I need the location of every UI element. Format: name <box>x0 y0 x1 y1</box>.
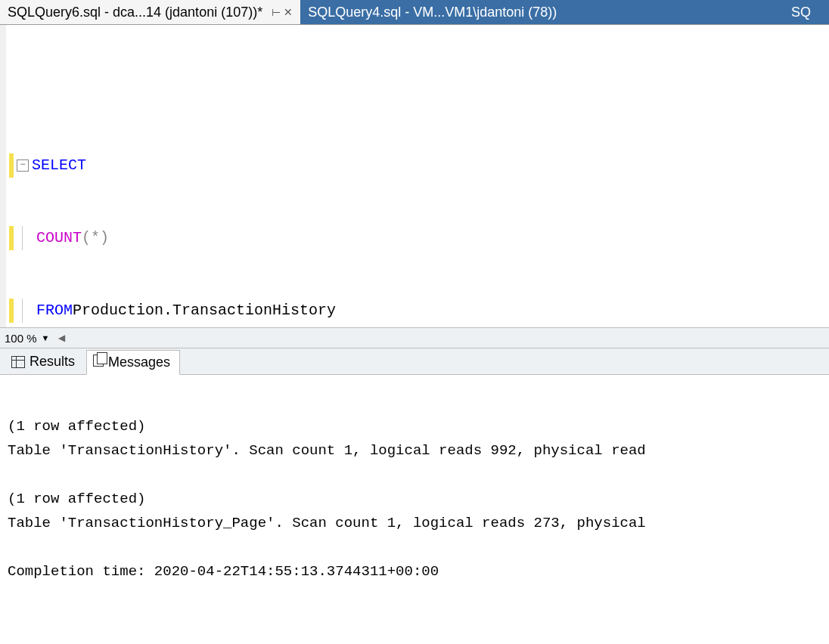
outline-collapse-icon[interactable]: − <box>17 159 29 172</box>
results-tab-bar: Results Messages <box>0 348 829 375</box>
message-line: Table 'TransactionHistory'. Scan count 1… <box>8 442 646 459</box>
tab-label: Messages <box>108 355 170 370</box>
tab-label: Results <box>29 354 75 370</box>
tab-title: SQLQuery4.sql - VM...VM1\jdantoni (78)) <box>308 5 557 20</box>
tab-sqlquery4[interactable]: SQLQuery4.sql - VM...VM1\jdantoni (78)) <box>300 0 784 24</box>
pin-icon[interactable]: ⊢ <box>272 6 281 18</box>
tab-title: SQ <box>791 5 811 20</box>
close-icon[interactable]: ✕ <box>284 6 293 18</box>
messages-pane[interactable]: (1 row affected) Table 'TransactionHisto… <box>0 375 829 599</box>
messages-icon <box>93 355 104 370</box>
grid-icon <box>11 356 25 368</box>
sql-keyword-select: SELECT <box>32 153 86 178</box>
sql-function-count: COUNT <box>36 226 82 250</box>
sql-editor-pane: −SELECT COUNT(*) FROM Production.Transac… <box>0 25 829 327</box>
document-tab-bar: SQLQuery6.sql - dca...14 (jdantoni (107)… <box>0 0 829 25</box>
tab-results[interactable]: Results <box>5 349 85 374</box>
sql-star: (*) <box>82 226 109 250</box>
tab-overflow[interactable]: SQ <box>784 0 829 24</box>
zoom-bar: 100 % ▼ ◀ <box>0 327 829 348</box>
scroll-left-icon[interactable]: ◀ <box>58 333 65 343</box>
message-line: Table 'TransactionHistory_Page'. Scan co… <box>8 515 646 531</box>
message-line: Completion time: 2020-04-22T14:55:13.374… <box>8 563 439 580</box>
change-margin <box>0 25 6 327</box>
tab-sqlquery6[interactable]: SQLQuery6.sql - dca...14 (jdantoni (107)… <box>0 0 300 24</box>
tab-title: SQLQuery6.sql - dca...14 (jdantoni (107)… <box>8 5 262 20</box>
sql-table-1: Production.TransactionHistory <box>73 299 336 323</box>
tab-messages[interactable]: Messages <box>86 350 180 375</box>
sql-keyword-from: FROM <box>36 299 73 323</box>
message-line: (1 row affected) <box>8 491 145 507</box>
message-line: (1 row affected) <box>8 418 145 435</box>
zoom-dropdown-icon[interactable]: ▼ <box>42 333 50 342</box>
zoom-level[interactable]: 100 % <box>5 332 37 345</box>
sql-editor[interactable]: −SELECT COUNT(*) FROM Production.Transac… <box>6 25 829 327</box>
